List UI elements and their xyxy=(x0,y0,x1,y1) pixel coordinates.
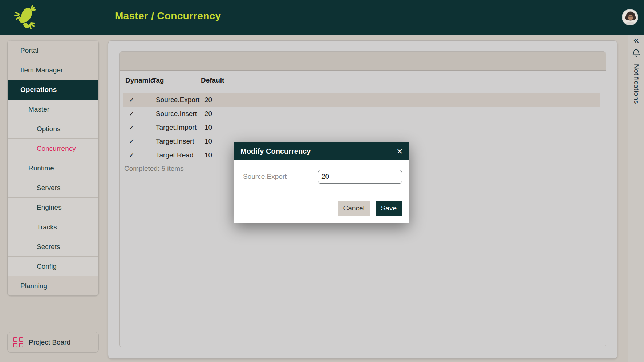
sidebar-item-label: Secrets xyxy=(37,243,60,250)
card-toolbar xyxy=(120,52,606,71)
table-row[interactable]: ✓ Source.Insert 20 xyxy=(123,107,600,121)
collapse-panel-icon[interactable]: « xyxy=(633,35,639,45)
default-cell: 20 xyxy=(204,110,600,118)
sidebar-item-label: Concurrency xyxy=(37,145,76,152)
sidebar-item-label: Portal xyxy=(20,47,39,54)
sidebar-item[interactable]: Concurrency xyxy=(8,138,98,158)
default-cell: 20 xyxy=(204,96,600,104)
sidebar-item-label: Options xyxy=(37,125,60,133)
sidebar-item-label: Operations xyxy=(20,86,57,93)
grid-icon xyxy=(13,337,23,347)
concurrency-value-input[interactable] xyxy=(318,170,402,184)
sidebar-item-label: Servers xyxy=(37,184,60,192)
modify-concurrency-modal: Modify Concurrency ✕ Source.Export Cance… xyxy=(234,142,409,223)
page-title: Master / Concurrency xyxy=(115,10,221,22)
tag-cell: Target.Insert xyxy=(156,137,204,145)
checkmark-icon: ✓ xyxy=(129,124,156,132)
tag-cell: Target.Import xyxy=(156,124,204,132)
sidebar-item[interactable]: Options xyxy=(8,119,98,138)
cancel-button[interactable]: Cancel xyxy=(338,201,370,216)
checkmark-icon: ✓ xyxy=(129,96,156,104)
tag-cell: Source.Export xyxy=(156,96,204,104)
sidebar-item[interactable]: Tracks xyxy=(8,217,98,237)
column-header: Default xyxy=(201,76,600,84)
sidebar-item[interactable]: Config xyxy=(8,256,98,276)
checkmark-icon: ✓ xyxy=(129,151,156,159)
notifications-label[interactable]: Notifications xyxy=(632,64,640,104)
top-bar: Master / Concurrency xyxy=(0,0,644,35)
project-board-label: Project Board xyxy=(29,338,70,346)
tag-cell: Target.Read xyxy=(156,151,204,159)
sidebar-item[interactable]: Runtime xyxy=(8,158,98,178)
column-header: Dynamic xyxy=(125,76,152,84)
sidebar-item-label: Tracks xyxy=(37,223,57,231)
modal-footer: Cancel Save xyxy=(234,193,409,223)
sidebar-item[interactable]: Secrets xyxy=(8,237,98,256)
bell-icon[interactable] xyxy=(632,48,640,60)
checkmark-icon: ✓ xyxy=(129,110,156,118)
checkmark-icon: ✓ xyxy=(129,137,156,145)
modal-header: Modify Concurrency ✕ xyxy=(234,142,409,160)
modal-body: Source.Export xyxy=(234,160,409,193)
sidebar-item-label: Config xyxy=(37,262,57,270)
sidebar-item[interactable]: Operations xyxy=(8,80,98,99)
column-header: Tag xyxy=(152,76,201,84)
notifications-rail: « Notifications xyxy=(628,35,644,362)
sidebar-item[interactable]: Item Manager xyxy=(8,60,98,80)
table-header-row: Dynamic Tag Default xyxy=(123,71,600,90)
save-button[interactable]: Save xyxy=(376,201,402,216)
sidebar-item-label: Runtime xyxy=(28,164,54,172)
close-icon[interactable]: ✕ xyxy=(396,147,403,156)
sidebar-item-label: Engines xyxy=(37,204,62,211)
field-label: Source.Export xyxy=(243,173,318,181)
default-cell: 10 xyxy=(204,124,600,132)
frog-logo-icon[interactable] xyxy=(14,4,37,31)
sidebar-item[interactable]: Servers xyxy=(8,178,98,197)
sidebar-item[interactable]: Master xyxy=(8,99,98,119)
table-row[interactable]: ✓ Target.Import 10 xyxy=(123,121,600,134)
sidebar-item-label: Master xyxy=(28,105,49,113)
tag-cell: Source.Insert xyxy=(156,110,204,118)
sidebar-item[interactable]: Portal xyxy=(8,40,98,60)
sidebar-item-label: Item Manager xyxy=(20,66,63,74)
sidebar-item[interactable]: Planning xyxy=(8,276,98,295)
project-board-button[interactable]: Project Board xyxy=(7,332,99,353)
user-avatar[interactable] xyxy=(622,9,638,25)
table-row[interactable]: ✓ Source.Export 20 xyxy=(123,93,600,107)
sidebar-item[interactable]: Engines xyxy=(8,197,98,217)
modal-title: Modify Concurrency xyxy=(240,147,311,156)
sidebar-nav: Portal Item Manager Operations Master Op… xyxy=(7,40,99,296)
sidebar-item-label: Planning xyxy=(20,282,47,290)
